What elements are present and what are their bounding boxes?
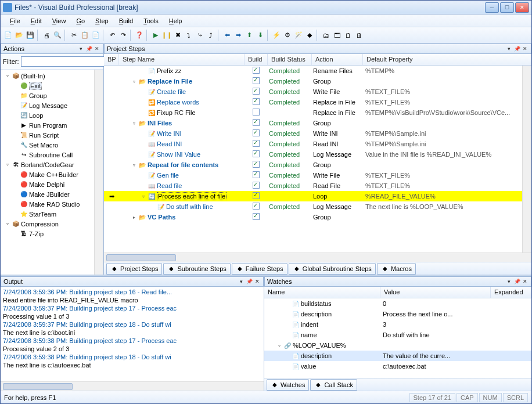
tree-node[interactable]: 📜Run Script (2, 130, 93, 140)
tree-node[interactable]: ▿📦(Built-In) (2, 71, 93, 81)
col-build[interactable]: Build (245, 54, 268, 65)
col-wname[interactable]: Name (264, 287, 380, 298)
menu-build[interactable]: Build (114, 16, 138, 26)
step-over-icon[interactable]: ⤵ (184, 30, 194, 41)
redo-icon[interactable]: ↷ (118, 30, 128, 41)
stop-icon[interactable]: ✖ (172, 30, 183, 41)
watch-row[interactable]: 📄descriptionThe value of the curre... (264, 351, 531, 361)
watch-row[interactable]: 📄descriptionProcess the next line o... (264, 309, 531, 319)
col-name[interactable]: Step Name (119, 54, 245, 65)
nav-down-icon[interactable]: ⬇ (255, 30, 265, 41)
step-out-icon[interactable]: ⤴ (206, 30, 216, 41)
new-icon[interactable]: 📄 (3, 30, 13, 41)
tree-node[interactable]: 🔵Make JBuilder (2, 189, 93, 199)
tree-node[interactable]: 🔴Make Delphi (2, 179, 93, 189)
step-row[interactable]: ▸📂VC PathsGroup (104, 212, 522, 222)
step-row[interactable]: 📖Read INICompletedRead INI%TEMP%\Sample.… (104, 139, 522, 149)
step-row[interactable]: ▿📂Repeat for file contentsCompletedGroup (104, 160, 522, 170)
actions-scrollbar[interactable] (94, 70, 103, 275)
play-icon[interactable]: ▶ (150, 30, 161, 41)
tree-node[interactable]: 🔴Make C++Builder (2, 169, 93, 179)
menu-go[interactable]: Go (71, 16, 89, 26)
step-row[interactable]: ▿📂INI FilesCompletedGroup (104, 118, 522, 128)
watch-row[interactable]: 📄buildstatus0 (264, 298, 531, 309)
col-status[interactable]: Build Status (268, 54, 312, 65)
pause-icon[interactable]: ❙❙ (161, 30, 172, 41)
menu-help[interactable]: Help (164, 16, 187, 26)
preview-icon[interactable]: 🔍 (52, 30, 63, 41)
panel-dropdown-icon[interactable]: ▾ (77, 45, 84, 52)
output-body[interactable]: 7/24/2008 3:59:36 PM: Building project s… (1, 287, 264, 381)
step-row[interactable]: 📝Write INICompletedWrite INI%TEMP%\Sampl… (104, 128, 522, 139)
print-icon[interactable]: 🖨 (41, 30, 52, 41)
tab-call-stack[interactable]: ◆Call Stack (310, 379, 357, 391)
nav-fwd-icon[interactable]: ➡ (233, 30, 243, 41)
panel-pin-icon[interactable]: 📌 (513, 45, 520, 52)
panel-close-icon[interactable]: ✕ (94, 45, 100, 52)
panel-dropdown-icon[interactable]: ▾ (505, 45, 512, 52)
tab-subroutine-steps[interactable]: ◆Subroutine Steps (163, 263, 230, 275)
tree-node[interactable]: 🟢Exit (2, 81, 93, 91)
watches-body[interactable]: 📄buildstatus0📄descriptionProcess the nex… (264, 298, 531, 378)
col-wvalue[interactable]: Value (380, 287, 491, 298)
undo-icon[interactable]: ↶ (107, 30, 117, 41)
watch-row[interactable]: 📄valuec:\autoexec.bat (264, 361, 531, 371)
bolt-icon[interactable]: ⚡ (271, 30, 282, 41)
copy-icon[interactable]: 📋 (80, 30, 90, 41)
menu-file[interactable]: File (5, 16, 25, 26)
tab-failure-steps[interactable]: ◆Failure Steps (232, 263, 287, 275)
col-action[interactable]: Action (312, 54, 363, 65)
panel-dropdown-icon[interactable]: ▾ (505, 278, 512, 285)
help-icon[interactable]: ❓ (134, 30, 145, 41)
panel-pin-icon[interactable]: 📌 (85, 45, 92, 52)
step-row[interactable]: 🔁Fixup RC FileReplace in File%TEMP%\VisB… (104, 107, 522, 118)
panel2-icon[interactable]: 🗔 (332, 30, 342, 41)
minimize-button[interactable]: ─ (485, 2, 499, 13)
step-into-icon[interactable]: ⤷ (195, 30, 205, 41)
menu-edit[interactable]: Edit (26, 16, 46, 26)
step-row[interactable]: 📄Prefix zzCompletedRename Files%TEMP% (104, 66, 522, 76)
maximize-button[interactable]: ☐ (500, 2, 514, 13)
tab-global-subroutine-steps[interactable]: ◆Global Subroutine Steps (289, 263, 376, 275)
step-row[interactable]: 📝Show INI ValueCompletedLog MessageValue… (104, 149, 522, 160)
gear-icon[interactable]: ⚙ (282, 30, 293, 41)
tree-node[interactable]: 🔄Loop (2, 110, 93, 120)
step-row[interactable]: 📝Gen fileCompletedWrite File%TEXT_FILE% (104, 170, 522, 181)
watch-row[interactable]: 📄nameDo stuff with line (264, 330, 531, 340)
panel3-icon[interactable]: 🗒 (343, 30, 353, 41)
tree-node[interactable]: ⭐StarTeam (2, 209, 93, 219)
actions-tree[interactable]: ▿📦(Built-In)🟢Exit📁Group📝Log Message🔄Loop… (1, 70, 94, 275)
output-hscroll[interactable] (1, 381, 264, 391)
close-button[interactable]: ✕ (515, 2, 529, 13)
panel-pin-icon[interactable]: 📌 (513, 278, 520, 285)
wand-icon[interactable]: 🪄 (293, 30, 304, 41)
panel-dropdown-icon[interactable]: ▾ (238, 278, 245, 285)
menu-tools[interactable]: Tools (139, 16, 163, 26)
watch-row[interactable]: ▿🔗%LOOP_VALUE% (264, 340, 531, 351)
tab-project-steps[interactable]: ◆Project Steps (106, 263, 162, 275)
steps-hscroll[interactable] (104, 252, 531, 262)
col-wexp[interactable]: Expanded (491, 287, 531, 298)
step-row[interactable]: 📝Do stuff with lineCompletedLog MessageT… (104, 201, 522, 212)
step-row[interactable]: 📖Read fileCompletedRead File%TEXT_FILE% (104, 181, 522, 191)
tree-node[interactable]: 🗜7-Zip (2, 229, 93, 239)
steps-grid-body[interactable]: 📄Prefix zzCompletedRename Files%TEMP%▿📂R… (104, 66, 522, 252)
col-prop[interactable]: Default Property (363, 54, 531, 65)
tab-macros[interactable]: ◆Macros (377, 263, 416, 275)
panel-close-icon[interactable]: ✕ (522, 278, 529, 285)
tree-node[interactable]: 🔧Set Macro (2, 140, 93, 150)
menu-view[interactable]: View (48, 16, 71, 26)
tree-node[interactable]: 📝Log Message (2, 100, 93, 110)
filter-input[interactable] (21, 56, 105, 67)
tree-node[interactable]: ▶Run Program (2, 120, 93, 130)
panel-pin-icon[interactable]: 📌 (246, 278, 253, 285)
diamond-icon[interactable]: ◆ (304, 30, 315, 41)
steps-scrollbar[interactable] (522, 66, 531, 252)
panel-close-icon[interactable]: ✕ (254, 278, 261, 285)
step-row[interactable]: 📝Create fileCompletedWrite File%TEXT_FIL… (104, 86, 522, 97)
step-row[interactable]: 🔁Replace wordsCompletedReplace in File%T… (104, 97, 522, 107)
panel1-icon[interactable]: 🗂 (321, 30, 331, 41)
tree-node[interactable]: 🔴Make RAD Studio (2, 199, 93, 209)
tab-watches[interactable]: ◆Watches (267, 379, 309, 391)
tree-node[interactable]: 📁Group (2, 91, 93, 100)
